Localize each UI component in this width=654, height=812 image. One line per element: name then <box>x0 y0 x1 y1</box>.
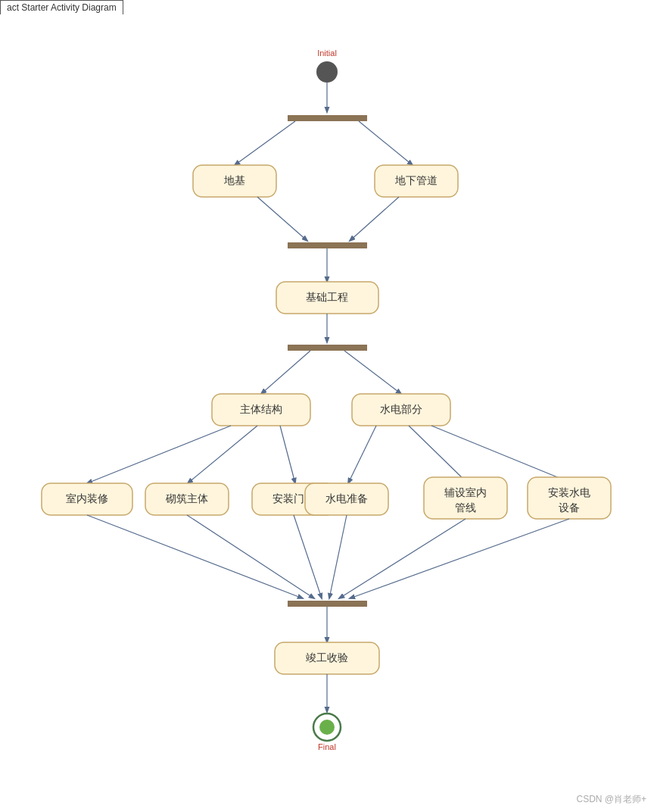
join-bar-1 <box>288 242 367 248</box>
arrow-fork2-shuidian <box>344 351 401 394</box>
text-zhuti-jiegou: 主体结构 <box>240 403 282 415</box>
text-jichu-gongcheng: 基础工程 <box>306 291 348 303</box>
text-shuidian-zhunbei: 水电准备 <box>325 492 368 504</box>
text-dijia: 地基 <box>223 174 245 186</box>
arrow-shinei-join2 <box>87 515 303 598</box>
arrow-gozheng-join2 <box>187 515 314 598</box>
fork-bar-2 <box>288 345 367 351</box>
text-shinei-zhuangxiu: 室内装修 <box>66 492 108 504</box>
initial-label: Initial <box>317 48 337 58</box>
arrow-fork2-zhuti <box>261 351 310 394</box>
text-anzhuang-shebei-1: 安装水电 <box>548 486 590 498</box>
arrow-zhuti-shinei <box>87 426 231 483</box>
arrow-zhuti-menchuang <box>280 426 295 483</box>
arrow-fork1-dijia <box>235 121 295 165</box>
arrow-dijia-join1 <box>257 197 307 241</box>
arrow-menchuang-join2 <box>294 515 322 598</box>
arrow-shebei-join2 <box>350 519 569 598</box>
arrow-shuidian-shebei <box>431 426 572 483</box>
final-node-inner <box>319 720 335 735</box>
text-anzhuang-shebei-2: 设备 <box>559 501 580 514</box>
text-jungong-shouyan: 竣工收验 <box>306 651 348 664</box>
initial-node <box>316 61 338 83</box>
join-bar-2 <box>288 601 367 607</box>
arrow-shuidian-guanxian <box>409 426 468 483</box>
text-gozheng-zhuti: 砌筑主体 <box>165 492 208 504</box>
watermark: CSDN @肖老师+ <box>576 793 646 806</box>
arrow-zhunbei-join2 <box>329 515 347 598</box>
diagram-title: act Starter Activity Diagram <box>0 0 123 14</box>
arrow-shuidian-zhunbei <box>348 426 376 483</box>
arrow-fork1-dixia <box>359 121 413 165</box>
text-shuidian-bufen: 水电部分 <box>380 403 422 415</box>
arrow-guanxian-join2 <box>339 519 466 598</box>
final-label: Final <box>318 742 336 751</box>
fork-bar-1 <box>288 115 367 121</box>
arrow-dixia-join1 <box>350 197 399 241</box>
arrow-zhuti-gozheng <box>188 426 257 483</box>
text-puse-guanxian-1: 辅设室内 <box>444 486 487 498</box>
text-puse-guanxian-2: 管线 <box>455 501 476 514</box>
text-dixia-guandao: 地下管道 <box>394 174 438 186</box>
